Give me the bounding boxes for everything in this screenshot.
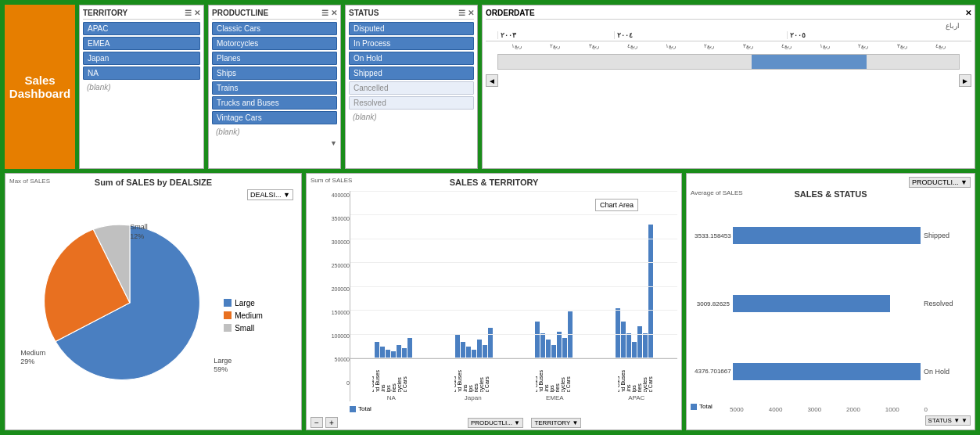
year-labels-row: أرباع (486, 22, 971, 30)
pie-label-large: Large59% (214, 357, 232, 375)
bar-apac-ships (632, 342, 637, 358)
status-item-resolved[interactable]: Resolved (349, 96, 474, 110)
dealsize-label: DEALSI... ▼ (250, 191, 290, 199)
bars-area: Vintage Cars Trucks and Buses Trains Shi… (350, 191, 677, 401)
status-row-shipped: 3533.158453 Shipped (695, 205, 963, 267)
m7: ربع٣ (729, 43, 767, 49)
xax-3000: 3000 (807, 406, 821, 413)
status-row-resolved: 3009.82625 Resolved (695, 273, 963, 335)
bar-group-na (354, 191, 433, 358)
orderdate-label: ORDERDATE (486, 9, 535, 17)
x-labels-apac: Vintage Cars Trucks and Buses Trains Shi… (596, 361, 678, 392)
x-labels-emea: Vintage Cars Trucks and Buses Trains Shi… (514, 361, 596, 392)
pie-chart-title: Sum of SALES by DEALSIZE (9, 178, 297, 187)
zoom-out-btn[interactable]: − (311, 417, 323, 428)
bar-group-apac (595, 191, 674, 358)
pl-item-classic[interactable]: Classic Cars (212, 22, 337, 35)
status-x-axis: 5000 4000 3000 2000 1000 0 (691, 406, 971, 413)
x-emea: EMEA (514, 394, 596, 401)
max-sales-label: Max of SALES (9, 178, 50, 185)
x-japan: Japan (433, 394, 515, 401)
territory-item-emea[interactable]: EMEA (83, 37, 200, 50)
territory-item-blank[interactable]: (blank) (83, 81, 200, 93)
status-item-cancelled[interactable]: Cancelled (349, 81, 474, 95)
pie-svg-container: Small12% Large59% Medium29% (44, 217, 216, 390)
avg-sales-label: Average of SALES (691, 189, 743, 196)
pl-item-ships[interactable]: Ships (212, 67, 337, 80)
x-labels-jp-inner: Vintage Cars Trucks and Buses Trains Shi… (454, 361, 492, 392)
pie-area: Small12% Large59% Medium29% Large Medium (9, 189, 297, 418)
territory-item-apac[interactable]: APAC (83, 22, 200, 35)
x-na: NA (350, 394, 433, 401)
pl-item-planes[interactable]: Planes (212, 52, 337, 65)
close-icon2[interactable]: ✕ (331, 9, 337, 17)
territory-filter: TERRITORY ☰ ✕ APAC EMEA Japan NA (blank) (79, 5, 204, 169)
productline-bottom-btn[interactable]: PRODUCTLI... ▼ (468, 418, 523, 428)
timeline-track[interactable] (497, 54, 960, 70)
status-item-disputed[interactable]: Disputed (349, 22, 474, 35)
xax-1000: 1000 (885, 406, 899, 413)
close-icon[interactable]: ✕ (194, 9, 200, 17)
bar-chart-panel: Sum of SALES SALES & TERRITORY Chart Are… (306, 173, 682, 430)
y-150000: 150000 (332, 310, 350, 315)
pie-legend: Large Medium Small (224, 299, 263, 333)
xl-jp-c: Classic Cars (487, 361, 492, 392)
status-btn-label: STATUS ▼ (928, 417, 960, 424)
bar-na-classic (407, 338, 412, 358)
nav-right-arrow[interactable]: ► (959, 74, 971, 87)
status-header-icons: ☰ ✕ (458, 9, 474, 17)
legend-label-medium: Medium (235, 311, 263, 320)
pl-item-motorcycles[interactable]: Motorcycles (212, 37, 337, 50)
bar-legend: Total (350, 405, 372, 412)
bar-emea-trains (546, 340, 551, 358)
timeline-fill (752, 55, 867, 69)
bar-emea-vintage (535, 322, 540, 358)
bar-apac-trucks (621, 322, 626, 358)
pl-item-vintage[interactable]: Vintage Cars (212, 111, 337, 124)
legend-label-small: Small (235, 324, 254, 333)
bar-apac-vintage (616, 308, 620, 358)
zoom-in-btn[interactable]: + (325, 417, 338, 428)
status-item-inprocess[interactable]: In Process (349, 37, 474, 50)
xax-0: 0 (924, 406, 928, 413)
m8: ربع٤ (767, 43, 806, 49)
territory-item-japan[interactable]: Japan (83, 52, 200, 65)
y-100000: 100000 (332, 333, 350, 339)
status-btn[interactable]: STATUS ▼ ▼ (925, 415, 971, 426)
pl-item-trucks[interactable]: Trucks and Buses (212, 96, 337, 110)
xl-na-c: Classic Cars (405, 361, 410, 392)
year-2005: ٢٠٠٥ (787, 31, 960, 39)
territory-header: TERRITORY ☰ ✕ (83, 9, 200, 20)
nav-left-arrow[interactable]: ◄ (486, 74, 498, 87)
status-item-shipped[interactable]: Shipped (349, 67, 474, 80)
y-300000: 300000 (332, 239, 350, 245)
productli-btn[interactable]: PRODUCTLI... ▼ (909, 177, 971, 188)
bar-jp-classic (488, 328, 493, 358)
y-50000: 50000 (335, 357, 350, 362)
pl-item-blank[interactable]: (blank) (212, 126, 337, 138)
month-labels: ربع١ ربع٢ ربع٣ ربع٤ ربع١ ربع٢ ربع٣ ربع٤ … (486, 43, 971, 49)
slider-container (497, 54, 960, 70)
bar-apac-moto (643, 333, 648, 358)
pie-label-medium: Medium29% (20, 349, 45, 367)
x-labels-na: Vintage Cars Trucks and Buses Trains Shi… (350, 361, 433, 392)
bar-jp-moto (483, 345, 487, 358)
orderdate-close-icon[interactable]: ✕ (965, 9, 971, 17)
territory-item-na[interactable]: NA (83, 67, 200, 80)
right-label: أرباع (497, 22, 960, 30)
status-item-blank[interactable]: (blank) (349, 111, 474, 123)
m9: ربع١ (806, 43, 844, 49)
dealsize-dropdown[interactable]: DEALSI... ▼ (247, 189, 293, 200)
x-labels-na-inner: Vintage Cars Trucks and Buses Trains Shi… (372, 361, 410, 392)
status-item-onhold[interactable]: On Hold (349, 52, 474, 65)
sum-sales-label: Sum of SALES (311, 177, 352, 184)
y-250000: 250000 (332, 263, 350, 268)
y-350000: 350000 (332, 216, 350, 221)
territory-header-icons: ☰ ✕ (185, 9, 200, 17)
scroll-down-arrow[interactable]: ▼ (212, 139, 337, 147)
xl-a-c: Classic Cars (651, 361, 655, 392)
territory-bottom-btn[interactable]: TERRITORY ▼ (531, 418, 581, 428)
legend-label-large: Large (235, 299, 255, 307)
close-icon3[interactable]: ✕ (468, 9, 474, 17)
pl-item-trains[interactable]: Trains (212, 81, 337, 95)
